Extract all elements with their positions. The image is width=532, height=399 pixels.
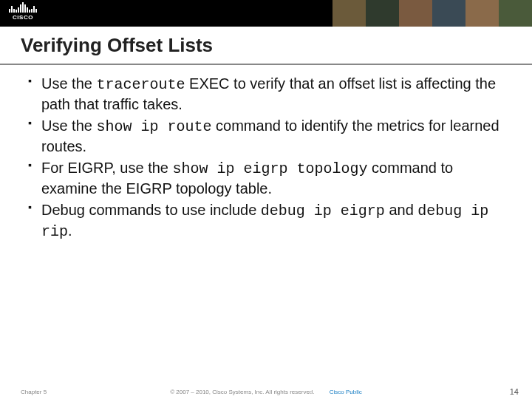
slide: CISCO Verifying Offset Lists Use the tra… (0, 0, 532, 399)
page-title: Verifying Offset Lists (21, 34, 213, 57)
title-band: Verifying Offset Lists (0, 27, 532, 65)
cisco-logo: CISCO (9, 2, 37, 21)
code: debug ip eigrp (261, 202, 385, 219)
bullet-list: Use the traceroute EXEC to verify that a… (28, 74, 504, 242)
list-item: Debug commands to use include debug ip e… (28, 200, 504, 242)
text: For EIGRP, use the (41, 160, 173, 176)
list-item: Use the show ip route command to identif… (28, 116, 504, 157)
text: Use the (41, 117, 96, 134)
code: traceroute (96, 76, 185, 93)
cisco-logo-text: CISCO (13, 14, 33, 21)
copyright-value: © 2007 – 2010, Cisco Systems, Inc. All r… (170, 389, 314, 395)
header-photo-strip (332, 0, 532, 27)
list-item: For EIGRP, use the show ip eigrp topolog… (28, 158, 504, 199)
list-item: Use the traceroute EXEC to verify that a… (28, 74, 504, 115)
top-band: CISCO (0, 0, 532, 27)
text: and (385, 202, 417, 218)
code: show ip eigrp topology (173, 160, 368, 177)
text: . (68, 222, 72, 239)
copyright-text: © 2007 – 2010, Cisco Systems, Inc. All r… (0, 389, 532, 395)
text: Use the (41, 75, 96, 92)
cisco-logo-bars-icon (9, 2, 37, 13)
page-number: 14 (510, 387, 519, 396)
text: Debug commands to use include (41, 202, 261, 218)
classification-label: Cisco Public (330, 389, 362, 395)
code: show ip route (96, 118, 211, 135)
body: Use the traceroute EXEC to verify that a… (28, 74, 504, 243)
